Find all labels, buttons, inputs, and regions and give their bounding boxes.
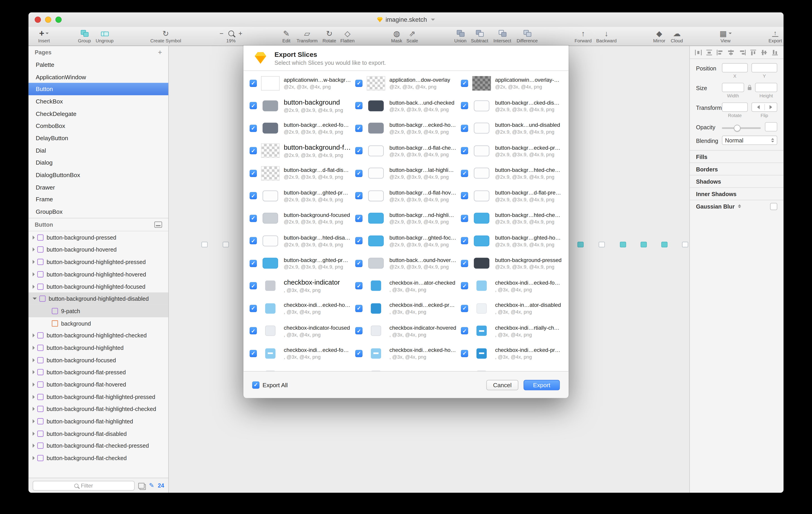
flip-vertical-icon[interactable] (769, 105, 772, 109)
canvas-artboard-marker[interactable] (620, 242, 626, 247)
canvas-artboard-marker[interactable] (661, 242, 667, 247)
slice-checkbox[interactable]: ✓ (355, 147, 362, 154)
layer-row[interactable]: button-background-highlighted-disabled (29, 293, 168, 305)
pages-toggle-icon[interactable] (138, 483, 144, 488)
title-bar[interactable]: imagine.sketch (29, 12, 784, 27)
opacity-slider-knob[interactable] (734, 125, 741, 131)
position-y-input[interactable] (752, 63, 777, 72)
size-height-input[interactable] (755, 83, 777, 92)
disclosure-triangle-icon[interactable] (33, 456, 35, 460)
disclosure-triangle-icon[interactable] (33, 298, 37, 300)
zoom-out-button[interactable]: − (220, 29, 223, 37)
toolbar-cloud[interactable]: ☁ Cloud (654, 29, 700, 43)
toolbar-view[interactable]: ▦ View (702, 29, 749, 43)
distribute-vertical-icon[interactable] (706, 49, 713, 55)
blur-type-stepper-icon[interactable] (738, 204, 741, 208)
disclosure-triangle-icon[interactable] (33, 248, 35, 252)
page-row[interactable]: DelayButton (29, 132, 168, 144)
slice-checkbox[interactable]: ✓ (461, 237, 468, 244)
page-row[interactable]: Dialog (29, 156, 168, 169)
slice-checkbox[interactable]: ✓ (355, 215, 362, 222)
align-middle-icon[interactable] (760, 49, 767, 55)
export-button[interactable]: Export (524, 380, 560, 390)
slice-checkbox[interactable]: ✓ (461, 170, 468, 177)
canvas-artboard-marker[interactable] (578, 242, 584, 247)
layer-row[interactable]: button-background-flat-disabled (29, 427, 168, 440)
layer-row[interactable]: button-background-hovered (29, 244, 168, 256)
cancel-button[interactable]: Cancel (486, 380, 518, 390)
page-row[interactable]: DialogButtonBox (29, 169, 168, 181)
disclosure-triangle-icon[interactable] (33, 395, 35, 399)
slice-checkbox[interactable]: ✓ (355, 170, 362, 177)
layer-row[interactable]: background (29, 317, 168, 329)
slice-checkbox[interactable]: ✓ (461, 327, 468, 334)
disclosure-triangle-icon[interactable] (33, 419, 35, 423)
slice-checkbox[interactable]: ✓ (250, 170, 257, 177)
layer-row[interactable]: button-background-flat-pressed (29, 366, 168, 379)
layer-row[interactable]: 9-patch (29, 305, 168, 317)
slice-checkbox[interactable]: ✓ (355, 102, 362, 109)
slice-checkbox[interactable]: ✓ (355, 80, 362, 87)
slice-checkbox[interactable]: ✓ (461, 192, 468, 200)
position-x-input[interactable] (722, 63, 748, 72)
slice-checkbox[interactable]: ✓ (250, 124, 257, 132)
layer-row[interactable]: button-background-flat-highlighted (29, 415, 168, 427)
slice-checkbox[interactable]: ✓ (250, 192, 257, 200)
disclosure-triangle-icon[interactable] (33, 370, 35, 374)
disclosure-triangle-icon[interactable] (33, 444, 35, 448)
page-row[interactable]: Palette (29, 58, 168, 71)
page-row[interactable]: GroupBox (29, 206, 168, 218)
slice-checkbox[interactable]: ✓ (355, 237, 362, 244)
filter-input[interactable]: Filter (33, 481, 135, 490)
disclosure-triangle-icon[interactable] (33, 272, 35, 276)
page-row[interactable]: CheckBox (29, 95, 168, 108)
flip-horizontal-icon[interactable] (757, 105, 759, 109)
slice-checkbox[interactable]: ✓ (250, 305, 257, 312)
disclosure-triangle-icon[interactable] (33, 334, 35, 338)
layer-row[interactable]: button-background-highlighted-pressed (29, 256, 168, 268)
slice-checkbox[interactable]: ✓ (250, 102, 257, 109)
slice-checkbox[interactable]: ✓ (355, 350, 362, 357)
align-right-icon[interactable] (739, 49, 746, 55)
blend-mode-dropdown[interactable]: Normal (722, 135, 777, 145)
layer-row[interactable]: button-background-highlighted (29, 342, 168, 354)
zoom-in-button[interactable]: + (238, 29, 242, 37)
slice-checkbox[interactable]: ✓ (250, 327, 257, 334)
zoom-button[interactable] (56, 17, 62, 23)
slice-checkbox[interactable]: ✓ (461, 215, 468, 222)
page-row[interactable]: Drawer (29, 181, 168, 193)
layer-row[interactable]: button-background-flat-hovered (29, 379, 168, 391)
minimize-button[interactable] (45, 17, 51, 23)
slice-checkbox[interactable]: ✓ (461, 147, 468, 154)
canvas-artboard-marker[interactable] (223, 242, 229, 247)
layer-row[interactable]: button-background-flat-highlighted-press… (29, 391, 168, 403)
slice-checkbox[interactable]: ✓ (461, 102, 468, 109)
layer-row[interactable]: button-background-flat-highlighted-check… (29, 403, 168, 415)
slice-checkbox[interactable]: ✓ (250, 282, 257, 290)
canvas-artboard-marker[interactable] (201, 242, 207, 247)
rotate-input[interactable] (722, 102, 748, 112)
page-row[interactable]: Dial (29, 144, 168, 156)
slice-checkbox[interactable]: ✓ (461, 260, 468, 267)
disclosure-triangle-icon[interactable] (33, 407, 35, 411)
slice-checkbox[interactable]: ✓ (355, 260, 362, 267)
layer-row[interactable]: button-background-pressed (29, 232, 168, 244)
align-left-icon[interactable] (717, 49, 724, 55)
page-row[interactable]: ApplicationWindow (29, 71, 168, 83)
disclosure-triangle-icon[interactable] (33, 236, 35, 240)
opacity-value-input[interactable] (765, 122, 777, 131)
disclosure-triangle-icon[interactable] (33, 284, 35, 289)
disclosure-triangle-icon[interactable] (47, 321, 49, 325)
slice-checkbox[interactable]: ✓ (250, 237, 257, 244)
toolbar-flatten[interactable]: ◇ Flatten (324, 29, 371, 43)
gaussian-blur-checkbox[interactable] (770, 203, 777, 210)
slice-checkbox[interactable]: ✓ (461, 124, 468, 132)
slice-checkbox[interactable]: ✓ (250, 350, 257, 357)
slice-checkbox[interactable]: ✓ (355, 305, 362, 312)
layer-row[interactable]: button-background-highlighted-checked (29, 329, 168, 342)
toolbar-scale[interactable]: ⇗ Scale (389, 29, 436, 43)
export-all-option[interactable]: ✓ Export All (252, 381, 288, 388)
distribute-horizontal-icon[interactable] (695, 49, 702, 55)
lock-ratio-icon[interactable] (748, 87, 752, 90)
slice-checkbox[interactable]: ✓ (355, 192, 362, 200)
